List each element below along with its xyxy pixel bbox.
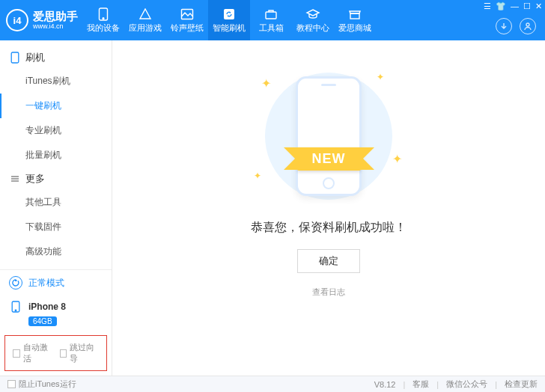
mode-icon [9,276,22,290]
maximize-icon[interactable]: ☐ [523,1,531,11]
brand-url: www.i4.cn [33,23,78,30]
nav-my-device[interactable]: 我的设备 [82,0,124,40]
skin-icon[interactable]: 👕 [496,1,506,11]
device-row[interactable]: iPhone 8 [0,295,112,315]
svg-rect-5 [350,13,359,19]
nav-apps[interactable]: 应用游戏 [124,0,166,40]
close-icon[interactable]: ✕ [535,1,542,11]
check-update-link[interactable]: 检查更新 [505,379,538,390]
mode-label: 正常模式 [28,277,64,290]
block-itunes-checkbox[interactable]: 阻止iTunes运行 [7,379,76,390]
nav-label: 铃声壁纸 [171,22,204,34]
sidebar-item-onekey-flash[interactable]: 一键刷机 [0,94,112,118]
group-title: 更多 [25,172,45,186]
sidebar-item-pro-flash[interactable]: 专业刷机 [0,118,112,143]
sidebar-item-batch-flash[interactable]: 批量刷机 [0,143,112,168]
sidebar-item-itunes-flash[interactable]: iTunes刷机 [0,69,112,94]
brand-name: 爱思助手 [33,10,78,23]
image-icon [180,7,195,21]
view-log-link[interactable]: 查看日志 [312,287,345,298]
graduation-icon [305,7,320,21]
version-label: V8.12 [374,380,396,389]
new-ribbon: NEW [297,147,361,171]
phone-icon [96,7,111,21]
status-bar: 阻止iTunes运行 V8.12 | 客服 | 微信公众号 | 检查更新 [0,376,545,392]
sidebar-group-flash[interactable]: 刷机 [0,46,112,69]
nav-label: 智能刷机 [213,22,246,34]
nav-label: 教程中心 [296,22,329,34]
sparkle-icon: ✦ [377,72,384,82]
svg-point-1 [103,17,104,19]
phone-outline-icon [9,52,21,64]
apps-icon [138,7,153,21]
sidebar-group-more[interactable]: 更多 [0,168,112,190]
top-right-actions [496,18,536,34]
top-nav: 我的设备 应用游戏 铃声壁纸 智能刷机 工具箱 教程中心 爱思商城 [82,0,376,40]
skip-wizard-checkbox[interactable]: 跳过向导 [60,342,100,364]
sidebar-item-advanced[interactable]: 高级功能 [0,239,112,264]
device-mode[interactable]: 正常模式 [0,270,112,295]
checkbox-label: 阻止iTunes运行 [19,379,76,390]
checkbox-label: 跳过向导 [70,342,99,364]
nav-store[interactable]: 爱思商城 [334,0,376,40]
nav-label: 爱思商城 [338,22,371,34]
title-bar: i4 爱思助手 www.i4.cn 我的设备 应用游戏 铃声壁纸 智能刷机 工具… [0,0,545,40]
store-icon [347,7,362,21]
minimize-icon[interactable]: ― [511,1,519,11]
sidebar-item-other-tools[interactable]: 其他工具 [0,190,112,215]
main-panel: ✦ ✦ ✦ ✦ NEW 恭喜您，保资料刷机成功啦！ 确定 查看日志 [112,40,545,376]
auto-activate-checkbox[interactable]: 自动激活 [13,342,52,364]
sidebar-item-download-fw[interactable]: 下载固件 [0,215,112,239]
brand-text: 爱思助手 www.i4.cn [33,10,78,30]
menu-lines-icon [9,174,21,183]
checkbox-label: 自动激活 [23,342,52,364]
window-controls: ☰ 👕 ― ☐ ✕ [484,1,542,11]
sparkle-icon: ✦ [261,76,271,91]
nav-ringtones[interactable]: 铃声壁纸 [166,0,208,40]
svg-rect-4 [266,12,276,19]
wechat-link[interactable]: 微信公众号 [446,379,487,390]
svg-rect-3 [224,9,234,19]
svg-point-9 [15,310,16,311]
nav-tutorials[interactable]: 教程中心 [292,0,334,40]
refresh-icon [222,7,237,21]
nav-label: 应用游戏 [129,22,162,34]
ok-button[interactable]: 确定 [297,249,360,273]
download-button[interactable] [496,18,512,34]
support-link[interactable]: 客服 [412,379,429,390]
menu-icon[interactable]: ☰ [484,1,491,11]
bottom-options: 自动激活 跳过向导 [4,335,107,371]
svg-point-6 [526,23,529,26]
nav-flash[interactable]: 智能刷机 [208,0,250,40]
svg-rect-7 [11,52,19,63]
sidebar: 刷机 iTunes刷机 一键刷机 专业刷机 批量刷机 更多 其他工具 下载固件 … [0,40,112,376]
nav-label: 工具箱 [259,22,284,34]
user-button[interactable] [520,18,536,34]
device-name: iPhone 8 [28,301,66,312]
device-phone-icon [9,300,22,313]
success-headline: 恭喜您，保资料刷机成功啦！ [251,220,407,236]
logo-block: i4 爱思助手 www.i4.cn [6,9,78,31]
success-illustration: ✦ ✦ ✦ ✦ NEW [239,69,418,203]
sparkle-icon: ✦ [392,152,402,166]
toolbox-icon [264,7,278,21]
sparkle-icon: ✦ [254,171,261,181]
group-title: 刷机 [25,51,45,64]
storage-badge: 64GB [28,316,57,326]
nav-tools[interactable]: 工具箱 [250,0,292,40]
nav-label: 我的设备 [87,22,120,34]
phone-illustration [296,76,362,196]
logo-icon: i4 [6,9,28,31]
